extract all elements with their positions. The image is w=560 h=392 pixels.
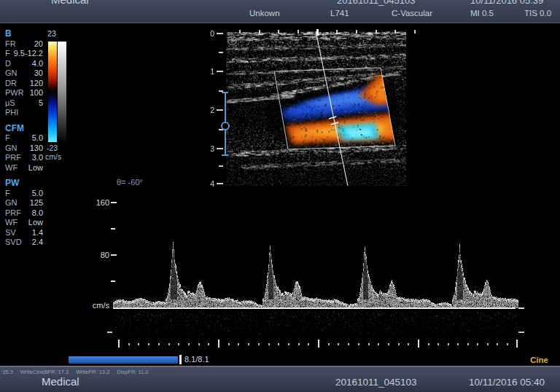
ruler-dot — [368, 343, 370, 345]
ruler-tick — [219, 165, 223, 167]
angle-label: θ= -60° — [117, 178, 143, 187]
ruler-tick — [414, 30, 416, 34]
ruler-dot — [507, 343, 508, 345]
param-label: GN — [5, 144, 18, 154]
param-label: F — [5, 49, 10, 59]
ruler-dot — [398, 343, 400, 345]
velocity-label-160: 160 — [90, 198, 109, 207]
param-row: SV1.4 — [5, 228, 43, 238]
status-readout: 35.3 WriteCineBFR: 17.3 WriteFR: 13.2 Di… — [2, 369, 149, 375]
param-label: µS — [5, 98, 15, 109]
param-value: 20 — [34, 39, 43, 50]
ruler-dot — [258, 343, 260, 345]
cine-progress-bar[interactable] — [69, 356, 178, 364]
param-label: PRF — [5, 208, 21, 219]
param-value: 5 — [39, 98, 43, 109]
cine-label[interactable]: Cine — [530, 356, 548, 364]
ruler-dot — [268, 343, 270, 345]
sub-baseline-tick — [107, 332, 112, 333]
footer-datetime: 10/11/2016 05:40 — [469, 377, 545, 388]
ruler-tick — [239, 30, 241, 34]
color-doppler-colorbar — [48, 42, 57, 142]
ruler-dot — [298, 343, 300, 345]
param-value: 3.0 — [32, 153, 43, 163]
param-row: GN130 — [5, 144, 43, 154]
ruler-tick — [217, 148, 223, 149]
ruler-tick — [217, 33, 223, 34]
ruler-dot — [388, 343, 389, 345]
ruler-dot — [438, 343, 439, 345]
write-cine-bfr: WriteCineBFR: 17.3 — [20, 369, 69, 375]
param-label: GN — [5, 198, 18, 208]
mi-value: MI 0.5 — [470, 9, 494, 17]
param-label: SVD — [5, 238, 22, 248]
bmode-image-canvas[interactable] — [226, 31, 406, 186]
ruler-tick — [217, 71, 223, 72]
sv-depth-marker — [221, 122, 230, 130]
ruler-dot — [338, 343, 339, 345]
ruler-dot — [358, 343, 359, 345]
param-label: SV — [5, 228, 16, 238]
param-value: 8.0 — [32, 208, 43, 219]
param-row: WFLow — [5, 163, 43, 173]
orientation-marker: S — [228, 36, 237, 45]
param-row: F5.0 — [5, 133, 43, 144]
parameter-panel: BFR20F9.5-12.2D4.0GN30DR120PWR100µS5PHIC… — [5, 29, 43, 248]
ruler-dot — [378, 343, 379, 345]
param-row: µS5 — [5, 98, 43, 109]
cine-position-marker[interactable] — [179, 355, 182, 364]
ruler-dot — [467, 343, 469, 345]
sub-baseline-tick — [518, 332, 524, 333]
ruler-dot — [328, 343, 330, 345]
ruler-dot — [198, 343, 200, 345]
param-label: F — [5, 189, 10, 199]
ruler-dot — [188, 343, 190, 345]
velocity-unit-label: cm/s — [85, 301, 109, 310]
param-value: 9.5-12.2 — [14, 49, 43, 59]
param-row: PRF3.0 — [5, 153, 43, 163]
param-row: FR20 — [5, 39, 43, 50]
ruler-dot — [457, 343, 459, 345]
ruler-tick — [376, 30, 377, 34]
param-value: 5.0 — [32, 133, 43, 144]
param-section-header: PW — [5, 179, 43, 189]
ruler-dot — [228, 343, 230, 345]
ruler-tick — [217, 109, 223, 111]
depth-label: 1 — [206, 67, 214, 76]
footer-bar: 35.3 WriteCineBFR: 17.3 WriteFR: 13.2 Di… — [0, 367, 560, 392]
ruler-tick — [356, 30, 357, 34]
ruler-dot — [128, 343, 130, 345]
ruler-tick — [218, 340, 219, 348]
tis-value: TIS 0.0 — [524, 9, 551, 17]
cine-frame-counter: 8.1/8.1 — [184, 355, 209, 364]
param-value: Low — [28, 218, 43, 228]
ruler-tick — [318, 340, 319, 348]
ruler-dot — [487, 343, 489, 345]
colorbar-min-label: -23 — [47, 144, 58, 152]
param-value: 2.4 — [32, 238, 43, 248]
ruler-tick — [516, 340, 518, 348]
footer-study-id: 20161011_045103 — [335, 377, 417, 388]
param-value: 120 — [30, 79, 43, 89]
param-label: GN — [5, 68, 18, 79]
param-label: DR — [5, 79, 17, 89]
param-value: 4.0 — [32, 59, 43, 69]
param-value: 130 — [30, 144, 43, 154]
ruler-dot — [238, 343, 239, 345]
ruler-dot — [178, 343, 179, 345]
param-label: F — [5, 133, 10, 144]
param-label: D — [5, 59, 11, 69]
ruler-tick — [394, 30, 396, 34]
footer-app-title: Medical — [42, 375, 79, 388]
header-app-title: Medical — [51, 0, 89, 6]
param-row: GN125 — [5, 198, 43, 208]
param-label: WF — [5, 163, 18, 173]
ruler-tick — [316, 29, 319, 36]
param-value: 100 — [30, 88, 43, 98]
ruler-dot — [477, 343, 478, 345]
ruler-dot — [138, 343, 139, 345]
ruler-dot — [248, 343, 249, 345]
disp-fr: DispFR: 11.0 — [117, 369, 148, 375]
depth-label: 0 — [206, 29, 214, 38]
ruler-tick — [219, 52, 223, 53]
